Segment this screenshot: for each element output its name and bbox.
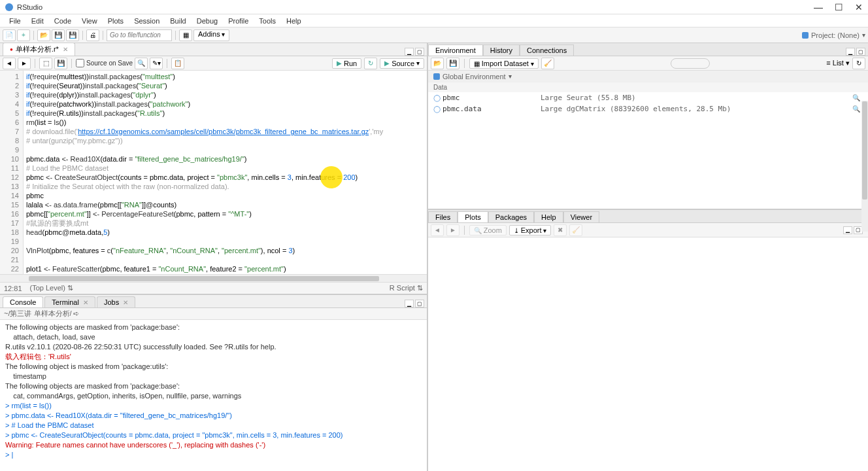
clear-plots-button[interactable]: 🧹 (569, 224, 582, 236)
minimize-pane-icon[interactable]: ▁ (405, 48, 414, 56)
expand-icon[interactable]: ◯ (433, 105, 442, 113)
console-path: ~/第三讲 单样本分析/ ➪ (0, 308, 427, 320)
new-project-button[interactable]: + (17, 29, 30, 41)
save-workspace-button[interactable]: 💾 (446, 58, 459, 69)
console-tab-console[interactable]: Console (3, 296, 43, 307)
cursor-position: 12:81 (4, 285, 22, 292)
menu-view[interactable]: View (76, 16, 103, 26)
maximize-console-icon[interactable]: ▢ (415, 300, 424, 307)
env-search-input[interactable] (671, 58, 710, 69)
menu-plots[interactable]: Plots (103, 16, 129, 26)
source-statusbar: 12:81 (Top Level) ⇅ R Script ⇅ (0, 282, 427, 294)
minimize-env-icon[interactable]: ▁ (846, 48, 855, 56)
remove-plot-button[interactable]: ✖ (554, 224, 567, 236)
source-dropdown-button[interactable]: ▶Source ▾ (380, 58, 424, 69)
print-button[interactable]: 🖨 (86, 29, 99, 41)
run-button[interactable]: ▶Run (332, 58, 361, 69)
console-tabs: ConsoleTerminal ✕Jobs ✕▁▢ (0, 295, 427, 308)
menu-profile[interactable]: Profile (223, 16, 254, 26)
files-tab-help[interactable]: Help (534, 211, 563, 222)
addins-dropdown[interactable]: Addins ▾ (193, 29, 229, 41)
open-file-button[interactable]: 📂 (37, 29, 50, 41)
scope-selector[interactable]: (Top Level) ⇅ (30, 284, 73, 292)
app-title: RStudio (17, 3, 42, 11)
environment-toolbar: 📂 💾 ▦ Import Dataset ▾ 🧹 ≡ List ▾ ↻ (428, 56, 868, 71)
menu-build[interactable]: Build (165, 16, 191, 26)
right-vertical-scrollbar[interactable] (861, 101, 868, 232)
goto-file-input[interactable] (107, 29, 172, 41)
wand-button[interactable]: ✎▾ (150, 58, 163, 69)
env-tab-environment[interactable]: Environment (428, 44, 483, 56)
files-tab-plots[interactable]: Plots (458, 211, 488, 222)
source-tabs: ● 单样本分析.r* ✕ ▁ ▢ (0, 43, 427, 56)
console-output[interactable]: The following objects are masked from 'p… (0, 320, 427, 471)
files-tab-packages[interactable]: Packages (488, 211, 534, 222)
environment-scope[interactable]: Global Environment ▾ (428, 71, 868, 82)
source-on-save-checkbox[interactable] (76, 59, 84, 67)
files-tab-files[interactable]: Files (428, 211, 458, 222)
maximize-button[interactable]: ☐ (835, 2, 843, 12)
env-tab-history[interactable]: History (483, 44, 520, 56)
zoom-button[interactable]: 🔍 Zoom (469, 225, 507, 236)
forward-button[interactable]: ► (18, 58, 31, 69)
find-button[interactable]: 🔍 (135, 58, 148, 69)
rerun-button[interactable]: ↻ (364, 58, 377, 69)
app-icon (5, 3, 13, 11)
import-dataset-button[interactable]: ▦ Import Dataset ▾ (469, 58, 539, 69)
horizontal-scrollbar[interactable] (0, 274, 427, 282)
source-editor[interactable]: 1234567891011121314151617181920212223242… (0, 71, 427, 274)
menu-edit[interactable]: Edit (26, 16, 49, 26)
export-button[interactable]: ⤓ Export ▾ (509, 225, 551, 236)
env-section-data: Data (428, 82, 868, 92)
save-source-button[interactable]: 💾 (54, 58, 67, 69)
close-button[interactable]: ✕ (855, 2, 863, 12)
new-file-button[interactable]: 📄 (3, 29, 16, 41)
unsaved-indicator-icon: ● (10, 46, 13, 52)
grid-view-button[interactable]: ▦ (179, 29, 192, 41)
show-in-new-window-button[interactable]: ⬚ (39, 58, 52, 69)
maximize-pane-icon[interactable]: ▢ (415, 48, 424, 56)
titlebar: RStudio — ☐ ✕ (0, 0, 868, 14)
env-row[interactable]: ◯pbmc.dataLarge dgCMatrix (88392600 elem… (428, 103, 868, 114)
code-area[interactable]: if(!require(multtest))install.packages("… (24, 71, 427, 274)
menu-tools[interactable]: Tools (254, 16, 281, 26)
window-controls: — ☐ ✕ (814, 2, 863, 12)
menu-help[interactable]: Help (281, 16, 307, 26)
source-pane-controls: ▁ ▢ (405, 48, 427, 56)
menu-session[interactable]: Session (129, 16, 165, 26)
minimize-console-icon[interactable]: ▁ (405, 300, 414, 307)
source-tab[interactable]: ● 单样本分析.r* ✕ (3, 43, 75, 56)
menu-code[interactable]: Code (49, 16, 76, 26)
refresh-env-button[interactable]: ↻ (852, 58, 865, 69)
source-on-save-label: Source on Save (86, 60, 133, 67)
plots-body (428, 237, 868, 471)
plots-back-button[interactable]: ◄ (431, 224, 444, 236)
files-tab-viewer[interactable]: Viewer (563, 211, 599, 222)
compile-report-button[interactable]: 📋 (171, 58, 184, 69)
back-button[interactable]: ◄ (3, 58, 16, 69)
language-mode[interactable]: R Script ⇅ (390, 284, 423, 292)
maximize-env-icon[interactable]: ▢ (856, 48, 865, 56)
minimize-button[interactable]: — (814, 2, 823, 12)
console-tab-jobs[interactable]: Jobs ✕ (97, 296, 135, 307)
env-tab-connections[interactable]: Connections (520, 44, 574, 56)
environment-list: Data ◯pbmcLarge Seurat (55.8 MB)🔍◯pbmc.d… (428, 82, 868, 209)
run-arrow-icon: ▶ (337, 60, 342, 67)
menu-debug[interactable]: Debug (192, 16, 223, 26)
path-chevron-icon[interactable]: ➪ (73, 309, 79, 318)
save-button[interactable]: 💾 (52, 29, 65, 41)
minimize-files-pane-icon[interactable]: ▁ (843, 226, 852, 234)
list-mode-dropdown[interactable]: ≡ List ▾ (826, 59, 850, 67)
clear-workspace-button[interactable]: 🧹 (541, 58, 554, 69)
save-all-button[interactable]: 💾 (66, 29, 79, 41)
console-tab-terminal[interactable]: Terminal ✕ (44, 296, 95, 307)
project-selector[interactable]: Project: (None) ▾ (802, 31, 865, 39)
close-tab-icon[interactable]: ✕ (63, 46, 68, 53)
menu-file[interactable]: File (4, 16, 26, 26)
environment-tabs: EnvironmentHistoryConnections▁▢ (428, 43, 868, 56)
load-workspace-button[interactable]: 📂 (431, 58, 444, 69)
source-tab-label: 单样本分析.r* (16, 44, 59, 54)
expand-icon[interactable]: ◯ (433, 94, 442, 101)
plots-forward-button[interactable]: ► (446, 224, 459, 236)
env-row[interactable]: ◯pbmcLarge Seurat (55.8 MB)🔍 (428, 92, 868, 103)
